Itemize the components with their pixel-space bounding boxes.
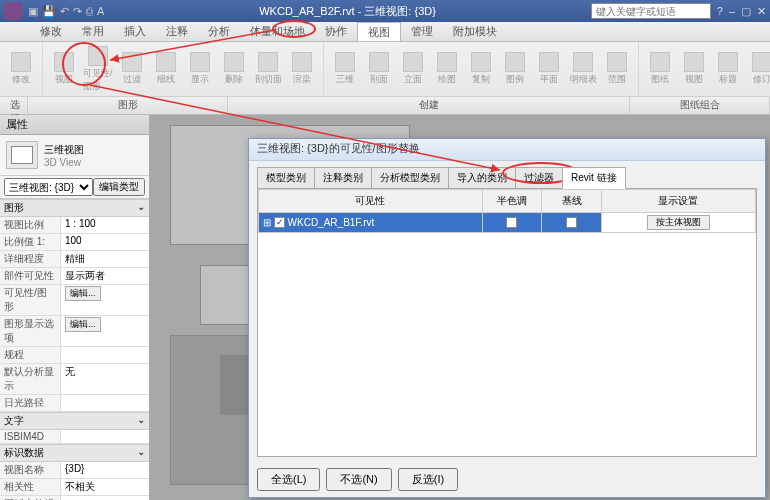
dialog-tab-Revit 链接[interactable]: Revit 链接: [562, 167, 626, 189]
svg-line-1: [90, 85, 500, 170]
markup-arrows: [0, 0, 770, 500]
svg-line-0: [110, 30, 275, 60]
